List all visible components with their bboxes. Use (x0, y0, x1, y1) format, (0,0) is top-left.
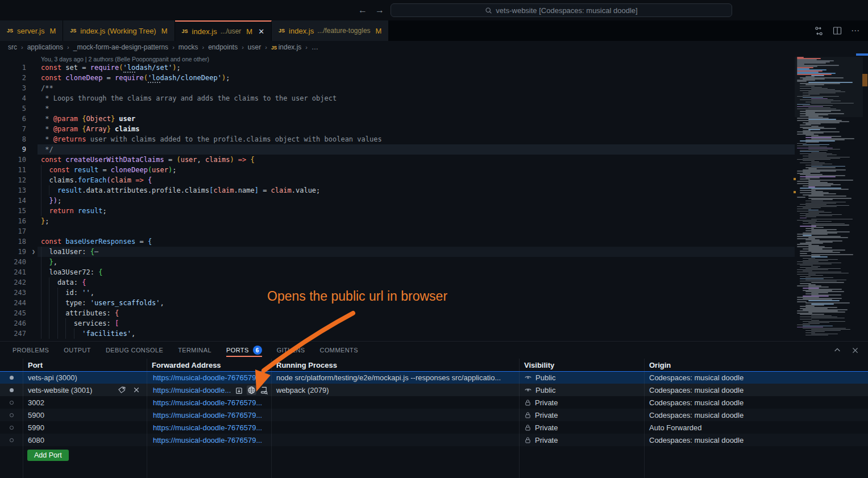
code-line[interactable]: 241 loa3User72: { (0, 267, 795, 277)
open-in-browser-globe-icon[interactable] (247, 385, 256, 395)
code-line[interactable]: 18const baseUserResponses = { (0, 236, 795, 247)
preview-in-editor-icon[interactable] (259, 385, 269, 395)
code-line[interactable]: 16}; (0, 216, 795, 226)
forwarded-address-link[interactable]: https://musical-doodle-7676579... (153, 411, 262, 419)
code-line[interactable]: 2const cloneDeep = require('lodash/clone… (0, 73, 795, 83)
port-row-vets-website-3001-[interactable]: vets-website (3001)https://musical-doodl… (0, 384, 868, 396)
code-line[interactable]: 5 * (0, 103, 795, 114)
ports-table-header: PortForwarded AddressRunning ProcessVisi… (0, 359, 868, 371)
forward-icon[interactable]: → (375, 5, 384, 15)
code-line[interactable]: 4 * Loops through the claims array and a… (0, 93, 795, 103)
line-number: 8 (0, 134, 26, 144)
running-process (271, 409, 519, 421)
panel-tab-debug-console[interactable]: DEBUG CONSOLE (106, 342, 163, 359)
breadcrumb-item[interactable]: user (248, 43, 261, 51)
breadcrumb-item[interactable]: _mock-form-ae-design-patterns (73, 43, 168, 51)
port-row-6080[interactable]: 6080https://musical-doodle-7676579...Pri… (0, 434, 868, 446)
forwarded-address-link[interactable]: https://musical-doodle-7676579... (153, 436, 262, 444)
code-line[interactable]: 245 attributes: { (0, 308, 795, 318)
fold-gutter (26, 63, 41, 73)
code-text: }, (41, 257, 57, 267)
fold-chevron-icon[interactable]: ❯ (26, 247, 41, 257)
code-text: id: '', (41, 288, 94, 298)
open-changes-icon[interactable] (814, 26, 824, 36)
code-text: 'facilities', (41, 329, 135, 339)
port-row-5990[interactable]: 5990https://musical-doodle-7676579...Pri… (0, 421, 868, 434)
port-label: 5990 (28, 423, 44, 432)
code-line[interactable]: 240 }, (0, 257, 795, 267)
forwarded-address-link[interactable]: https://musical-doodle-7676579... (153, 398, 262, 407)
forwarded-address-link[interactable]: https://musical-doodle-7676579... (153, 423, 262, 432)
port-row-5900[interactable]: 5900https://musical-doodle-7676579...Pri… (0, 409, 868, 421)
line-number: 7 (0, 124, 26, 134)
code-line[interactable]: 6 * @param {Object} user (0, 114, 795, 124)
command-center-search[interactable]: vets-website [Codespaces: musical doodle… (391, 3, 732, 17)
code-text: /** (41, 83, 53, 93)
add-port-button[interactable]: Add Port (27, 450, 69, 461)
visibility-label: Public (535, 386, 555, 394)
more-actions-icon[interactable]: ⋯ (851, 26, 860, 36)
code-line[interactable]: 3/** (0, 83, 795, 93)
panel-tab-output[interactable]: OUTPUT (64, 342, 91, 359)
breadcrumb-item[interactable]: src (8, 43, 17, 51)
code-line[interactable]: 10const createUserWithDataClaims = (user… (0, 155, 795, 165)
line-number: 19 (0, 247, 26, 257)
fold-gutter (26, 114, 41, 124)
code-line[interactable]: 8 * @returns user with claims added to t… (0, 134, 795, 144)
fold-gutter (26, 73, 41, 83)
lock-icon (524, 437, 535, 444)
breadcrumb-item[interactable]: mocks (178, 43, 198, 51)
code-line[interactable]: 15 return result; (0, 206, 795, 216)
copy-address-icon[interactable] (234, 385, 244, 395)
js-file-icon: JS (70, 28, 76, 34)
gitlens-blame-lens[interactable]: You, 3 days ago | 2 authors (Belle Poopo… (0, 53, 795, 63)
tag-port-icon[interactable] (117, 385, 127, 395)
code-text: * @param {Object} user (41, 114, 135, 124)
code-line[interactable]: 7 * @param {Array} claims (0, 124, 795, 134)
maximize-panel-icon[interactable] (833, 346, 841, 354)
port-row-vets-api-3000-[interactable]: vets-api (3000)https://musical-doodle-76… (0, 371, 868, 384)
tab-index-js[interactable]: JSindex.js.../feature-togglesM (272, 20, 389, 41)
panel-tab-ports[interactable]: PORTS6 (226, 342, 262, 359)
code-line[interactable]: 242 data: { (0, 277, 795, 288)
code-line[interactable]: 14 }); (0, 196, 795, 206)
fold-gutter (26, 267, 41, 277)
forwarded-address-link[interactable]: https://musical-doodle... (153, 386, 231, 394)
split-editor-icon[interactable] (833, 26, 842, 35)
line-number: 245 (0, 308, 26, 318)
close-panel-icon[interactable] (852, 347, 859, 354)
back-icon[interactable]: ← (358, 5, 367, 15)
tab-index-js[interactable]: JSindex.js.../userM✕ (175, 20, 272, 41)
tab-description: .../feature-toggles (317, 27, 370, 35)
forwarded-address-link[interactable]: https://musical-doodle-7676579... (153, 373, 262, 382)
code-line[interactable]: 13 result.data.attributes.profile.claims… (0, 185, 795, 196)
port-label: vets-api (3000) (28, 373, 77, 382)
fold-gutter (26, 318, 41, 329)
breadcrumb-item[interactable]: endpoints (208, 43, 238, 51)
breadcrumb-item[interactable]: JS index.js (271, 43, 301, 51)
port-row-3002[interactable]: 3002https://musical-doodle-7676579...Pri… (0, 396, 868, 409)
close-tab-icon[interactable]: ✕ (258, 28, 264, 35)
running-process: webpack (2079) (271, 384, 519, 396)
code-line[interactable]: 19❯ loa1User: {⋯ (0, 247, 795, 257)
code-line[interactable]: 246 services: [ (0, 318, 795, 329)
breadcrumb-item[interactable]: … (312, 43, 318, 51)
code-line[interactable]: 1const set = require('lodash/set'); (0, 63, 795, 73)
line-number: 4 (0, 93, 26, 103)
modified-badge: M (246, 27, 252, 36)
panel-tab-terminal[interactable]: TERMINAL (178, 342, 211, 359)
code-line[interactable]: 12 claims.forEach(claim => { (0, 175, 795, 185)
code-line[interactable]: 247 'facilities', (0, 329, 795, 339)
code-line[interactable]: 9 */ (0, 144, 795, 155)
code-line[interactable]: 17 (0, 226, 795, 236)
panel-tab-comments[interactable]: COMMENTS (320, 342, 358, 359)
code-line[interactable]: 11 const result = cloneDeep(user); (0, 165, 795, 175)
tab-index-js-working-tree-[interactable]: JSindex.js (Working Tree)M (63, 20, 175, 41)
tab-server-js[interactable]: JSserver.jsM (0, 20, 63, 41)
line-number: 6 (0, 114, 26, 124)
minimap[interactable] (795, 57, 863, 341)
breadcrumb-item[interactable]: applications (27, 43, 63, 51)
stop-forwarding-icon[interactable] (131, 385, 141, 395)
panel-tab-gitlens[interactable]: GITLENS (277, 342, 305, 359)
panel-tab-problems[interactable]: PROBLEMS (13, 342, 49, 359)
